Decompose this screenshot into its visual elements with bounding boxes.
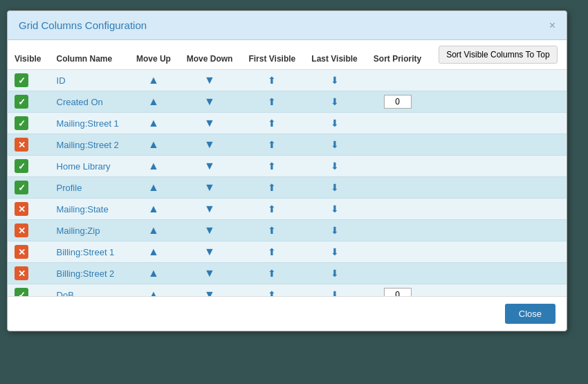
last-visible-button[interactable]: ⬇ xyxy=(331,161,339,172)
last-visible-button[interactable]: ⬇ xyxy=(331,118,339,129)
move-up-button[interactable]: ▲ xyxy=(148,224,159,237)
move-down-button[interactable]: ▼ xyxy=(204,181,215,194)
move-up-cell: ▲ xyxy=(129,70,178,91)
checkbox-checked[interactable]: ✓ xyxy=(15,181,28,194)
table-container[interactable]: Visible Column Name Move Up Move Down Fi… xyxy=(8,40,567,296)
first-visible-button[interactable]: ⬆ xyxy=(268,139,276,150)
move-up-button[interactable]: ▲ xyxy=(148,289,159,296)
sort-priority-cell xyxy=(365,156,430,177)
table-row: ✓Mailing:Street 1▲▼⬆⬇ xyxy=(8,113,567,134)
checkbox-unchecked[interactable]: ✕ xyxy=(15,223,28,237)
move-down-button[interactable]: ▼ xyxy=(204,95,215,108)
last-visible-button[interactable]: ⬇ xyxy=(331,75,339,86)
visible-cell: ✓ xyxy=(8,91,50,113)
first-visible-button[interactable]: ⬆ xyxy=(268,96,276,107)
move-up-button[interactable]: ▲ xyxy=(148,203,159,215)
first-visible-button[interactable]: ⬆ xyxy=(268,161,276,172)
move-down-button[interactable]: ▼ xyxy=(204,74,215,86)
first-visible-button[interactable]: ⬆ xyxy=(268,225,276,236)
move-up-button[interactable]: ▲ xyxy=(148,246,159,258)
move-down-cell: ▼ xyxy=(178,156,241,177)
visible-cell: ✕ xyxy=(8,199,50,220)
move-up-button[interactable]: ▲ xyxy=(148,117,159,129)
last-visible-cell: ⬇ xyxy=(304,220,366,241)
checkbox-checked[interactable]: ✓ xyxy=(15,159,28,173)
move-up-cell: ▲ xyxy=(129,220,178,241)
first-visible-button[interactable]: ⬆ xyxy=(268,268,276,279)
th-sort-visible-btn: Sort Visible Columns To Top xyxy=(430,40,567,70)
move-up-cell: ▲ xyxy=(129,156,178,177)
checkbox-checked[interactable]: ✓ xyxy=(15,116,28,130)
first-visible-button[interactable]: ⬆ xyxy=(268,75,276,86)
column-name-cell: Mailing:Zip xyxy=(50,220,129,241)
move-down-button[interactable]: ▼ xyxy=(204,160,215,172)
empty-cell xyxy=(430,263,567,284)
last-visible-button[interactable]: ⬇ xyxy=(331,96,339,107)
modal-dialog: Grid Columns Configuration × Visible Col… xyxy=(7,10,567,331)
move-up-button[interactable]: ▲ xyxy=(148,181,159,194)
table-row: ✕Billing:Street 1▲▼⬆⬇ xyxy=(8,241,567,263)
th-sort-priority: Sort Priority xyxy=(365,40,430,70)
move-up-button[interactable]: ▲ xyxy=(148,160,159,172)
last-visible-button[interactable]: ⬇ xyxy=(331,289,339,296)
last-visible-cell: ⬇ xyxy=(304,91,366,113)
first-visible-button[interactable]: ⬆ xyxy=(268,118,276,129)
last-visible-button[interactable]: ⬇ xyxy=(331,203,339,214)
move-down-button[interactable]: ▼ xyxy=(204,117,215,129)
last-visible-button[interactable]: ⬇ xyxy=(331,139,339,150)
last-visible-cell: ⬇ xyxy=(304,70,366,91)
sort-priority-cell xyxy=(365,177,430,199)
modal-close-x[interactable]: × xyxy=(549,20,555,31)
first-visible-cell: ⬆ xyxy=(241,113,304,134)
move-up-button[interactable]: ▲ xyxy=(148,74,159,86)
checkbox-unchecked[interactable]: ✕ xyxy=(15,138,28,152)
move-down-button[interactable]: ▼ xyxy=(204,267,215,280)
first-visible-button[interactable]: ⬆ xyxy=(268,203,276,214)
move-up-cell: ▲ xyxy=(129,134,178,156)
checkbox-unchecked[interactable]: ✕ xyxy=(15,245,28,259)
visible-cell: ✕ xyxy=(8,134,50,156)
last-visible-button[interactable]: ⬇ xyxy=(331,225,339,236)
move-down-button[interactable]: ▼ xyxy=(204,289,215,296)
first-visible-button[interactable]: ⬆ xyxy=(268,182,276,193)
move-up-button[interactable]: ▲ xyxy=(148,95,159,108)
move-up-button[interactable]: ▲ xyxy=(148,138,159,151)
close-button[interactable]: Close xyxy=(505,304,555,324)
first-visible-button[interactable]: ⬆ xyxy=(268,289,276,296)
empty-cell xyxy=(430,220,567,241)
column-name-cell: Billing:Street 2 xyxy=(50,263,129,284)
sort-priority-cell xyxy=(365,263,430,284)
checkbox-checked[interactable]: ✓ xyxy=(15,288,28,296)
sort-priority-cell xyxy=(365,220,430,241)
first-visible-button[interactable]: ⬆ xyxy=(268,246,276,257)
move-down-cell: ▼ xyxy=(178,284,241,297)
table-row: ✓Profile▲▼⬆⬇ xyxy=(8,177,567,199)
empty-cell xyxy=(430,156,567,177)
last-visible-cell: ⬇ xyxy=(304,113,366,134)
last-visible-button[interactable]: ⬇ xyxy=(331,246,339,257)
checkbox-checked[interactable]: ✓ xyxy=(15,73,28,87)
checkbox-checked[interactable]: ✓ xyxy=(15,95,28,109)
sort-priority-input[interactable] xyxy=(384,95,412,109)
sort-visible-columns-button[interactable]: Sort Visible Columns To Top xyxy=(439,46,557,64)
column-name-cell: DoB xyxy=(50,284,129,297)
sort-priority-input[interactable] xyxy=(384,288,412,296)
checkbox-unchecked[interactable]: ✕ xyxy=(15,202,28,216)
move-down-button[interactable]: ▼ xyxy=(204,138,215,151)
move-up-cell: ▲ xyxy=(129,241,178,263)
empty-cell xyxy=(430,70,567,91)
last-visible-button[interactable]: ⬇ xyxy=(331,268,339,279)
sort-priority-cell xyxy=(365,113,430,134)
th-visible: Visible xyxy=(8,40,50,70)
table-row: ✓Created On▲▼⬆⬇ xyxy=(8,91,567,113)
last-visible-cell: ⬇ xyxy=(304,199,366,220)
checkbox-unchecked[interactable]: ✕ xyxy=(15,266,28,280)
move-up-cell: ▲ xyxy=(129,177,178,199)
move-down-button[interactable]: ▼ xyxy=(204,203,215,215)
sort-priority-cell xyxy=(365,284,430,297)
move-down-button[interactable]: ▼ xyxy=(204,246,215,258)
move-up-button[interactable]: ▲ xyxy=(148,267,159,280)
last-visible-button[interactable]: ⬇ xyxy=(331,182,339,193)
move-down-button[interactable]: ▼ xyxy=(204,224,215,237)
move-up-cell: ▲ xyxy=(129,91,178,113)
